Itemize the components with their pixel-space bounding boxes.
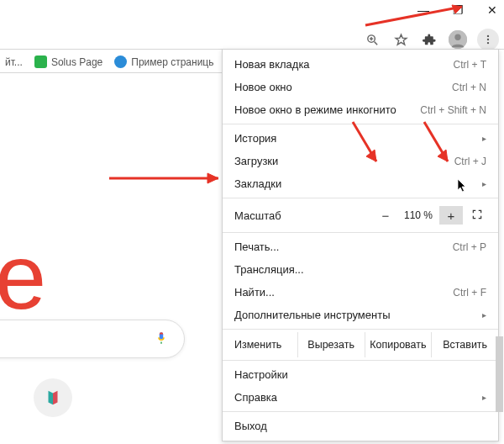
bookmark-label: йт...	[5, 56, 23, 68]
minimize-button[interactable]: —	[417, 3, 429, 17]
menu-item-edit-row: Изменить Вырезать Копировать Вставить	[223, 332, 498, 357]
svg-point-9	[487, 42, 489, 44]
zoom-out-button[interactable]: −	[374, 206, 397, 225]
menu-item-find[interactable]: Найти... Ctrl + F	[223, 281, 498, 304]
svg-point-7	[487, 35, 489, 37]
fullscreen-button[interactable]	[463, 209, 486, 223]
bookmark-item[interactable]: йт...	[5, 56, 23, 68]
menu-item-new-window[interactable]: Новое окно Ctrl + N	[223, 76, 498, 98]
profile-avatar-icon[interactable]	[449, 30, 467, 49]
menu-label: Новая вкладка	[234, 58, 310, 71]
svg-marker-15	[207, 173, 218, 183]
menu-label: Загрузки	[234, 155, 278, 167]
bookmark-star-icon[interactable]	[391, 30, 410, 49]
menu-item-history[interactable]: История ▸	[223, 127, 498, 150]
menu-shortcut: Ctrl + F	[453, 287, 486, 299]
menu-separator	[223, 411, 498, 412]
menu-item-cast[interactable]: Трансляция...	[223, 258, 498, 281]
menu-item-incognito[interactable]: Новое окно в режиме инкогнито Ctrl + Shi…	[223, 98, 498, 121]
menu-shortcut: Ctrl + N	[452, 82, 486, 93]
chevron-right-icon: ▸	[482, 310, 486, 320]
browser-main-menu: Новая вкладка Ctrl + T Новое окно Ctrl +…	[222, 49, 499, 441]
bookmark-label: Solus Page	[51, 56, 102, 68]
menu-label: Изменить	[223, 332, 297, 357]
menu-separator	[223, 232, 498, 233]
annotation-arrow	[105, 170, 231, 187]
bookmark-item[interactable]: Solus Page	[34, 56, 102, 68]
menu-item-settings[interactable]: Настройки	[223, 363, 498, 386]
menu-label: Справка	[234, 391, 277, 404]
zoom-in-button[interactable]: +	[439, 206, 463, 225]
microphone-icon[interactable]	[154, 330, 169, 348]
svg-line-1	[374, 41, 377, 45]
menu-label: Найти...	[234, 286, 275, 299]
chevron-right-icon: ▸	[482, 134, 486, 143]
bookmarks-divider	[0, 72, 223, 73]
favicon-icon	[114, 56, 127, 68]
svg-point-6	[454, 34, 460, 40]
menu-item-zoom: Масштаб − 110 % +	[223, 201, 498, 230]
shortcut-tile[interactable]	[34, 378, 72, 417]
edit-paste-button[interactable]: Вставить	[431, 332, 498, 357]
maximize-button[interactable]: ❐	[453, 3, 464, 17]
zoom-indicator-icon[interactable]	[363, 30, 381, 49]
menu-item-exit[interactable]: Выход	[223, 415, 498, 437]
edit-cut-button[interactable]: Вырезать	[297, 332, 365, 357]
menu-label: Выход	[234, 420, 267, 432]
kebab-menu-icon[interactable]	[477, 29, 499, 50]
menu-label: Печать...	[234, 240, 279, 253]
menu-item-downloads[interactable]: Загрузки Ctrl + J	[223, 150, 498, 172]
search-box[interactable]	[0, 320, 185, 358]
menu-label: Новое окно	[234, 81, 292, 93]
menu-label: Новое окно в режиме инкогнито	[234, 103, 396, 116]
bookmarks-bar: йт... Solus Page Пример страниць	[0, 52, 219, 71]
extensions-icon[interactable]	[420, 30, 438, 49]
chevron-right-icon: ▸	[482, 179, 486, 188]
menu-separator	[223, 360, 498, 361]
edit-copy-button[interactable]: Копировать	[365, 332, 432, 357]
svg-marker-11	[53, 391, 58, 405]
menu-separator	[223, 124, 498, 124]
menu-separator	[223, 198, 498, 198]
mouse-cursor-icon	[457, 179, 469, 195]
menu-shortcut: Ctrl + J	[454, 156, 486, 167]
svg-marker-10	[49, 391, 54, 405]
menu-separator	[223, 329, 498, 330]
menu-label: Настройки	[234, 368, 288, 381]
menu-item-more-tools[interactable]: Дополнительные инструменты ▸	[223, 304, 498, 326]
bookmark-item[interactable]: Пример страниць	[114, 56, 213, 68]
menu-label: История	[234, 132, 276, 145]
zoom-value: 110 %	[397, 209, 439, 221]
menu-shortcut: Ctrl + Shift + N	[420, 104, 486, 116]
menu-shortcut: Ctrl + T	[454, 59, 486, 71]
menu-shortcut: Ctrl + P	[453, 241, 486, 253]
svg-marker-4	[396, 34, 407, 45]
logo-fragment: e	[0, 223, 46, 330]
menu-label: Масштаб	[234, 209, 281, 222]
menu-item-print[interactable]: Печать... Ctrl + P	[223, 235, 498, 258]
menu-label: Трансляция...	[234, 263, 304, 276]
svg-point-8	[487, 39, 489, 40]
close-button[interactable]: ✕	[487, 3, 497, 17]
chevron-right-icon: ▸	[482, 393, 486, 402]
menu-item-new-tab[interactable]: Новая вкладка Ctrl + T	[223, 53, 498, 76]
favicon-icon	[34, 56, 47, 68]
vertical-scrollbar[interactable]	[496, 336, 503, 412]
menu-label: Закладки	[234, 177, 281, 190]
bookmark-label: Пример страниць	[131, 56, 213, 68]
menu-label: Дополнительные инструменты	[234, 309, 391, 321]
menu-item-help[interactable]: Справка ▸	[223, 386, 498, 409]
